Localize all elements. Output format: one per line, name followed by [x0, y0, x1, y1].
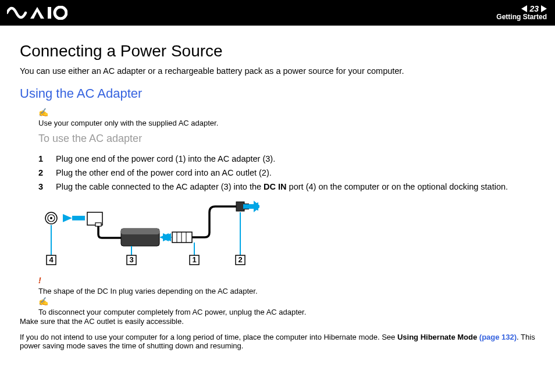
svg-point-4 — [50, 217, 52, 219]
paragraph-outlet: Make sure that the AC outlet is easily a… — [20, 317, 535, 326]
vaio-logo — [7, 6, 67, 20]
svg-rect-17 — [172, 232, 192, 243]
page-title: Connecting a Power Source — [20, 42, 535, 60]
step-list: 1 Plug one end of the power cord (1) int… — [38, 154, 535, 191]
ac-adapter-diagram: 4 3 1 2 — [38, 199, 535, 272]
svg-rect-11 — [121, 229, 159, 234]
para2-link-label: Using Hibernate Mode — [397, 333, 479, 341]
warning-text: The shape of the DC In plug varies depen… — [38, 287, 258, 295]
step-item: 3 Plug the cable connected to the AC ada… — [38, 182, 535, 191]
svg-point-1 — [55, 7, 66, 19]
note-block-2: ✍ To disconnect your computer completely… — [38, 296, 535, 317]
step-item: 2 Plug the other end of the power cord i… — [38, 168, 535, 177]
section-label: Getting Started — [496, 13, 547, 21]
step-number: 3 — [38, 182, 56, 191]
note-icon: ✍ — [38, 297, 48, 306]
svg-rect-9 — [95, 223, 101, 226]
warning-block: ! The shape of the DC In plug varies dep… — [38, 275, 535, 296]
step-text: Plug one end of the power cord (1) into … — [56, 154, 275, 163]
page-number: 23 — [529, 5, 539, 13]
step-item: 1 Plug one end of the power cord (1) int… — [38, 154, 535, 163]
note-1-text: Use your computer only with the supplied… — [38, 119, 218, 127]
svg-rect-44 — [243, 204, 254, 209]
note-block-1: ✍ Use your computer only with the suppli… — [38, 107, 535, 128]
procedure-heading: To use the AC adapter — [38, 133, 535, 145]
vaio-logo-svg — [7, 6, 67, 20]
step-text: Plug the other end of the power cord int… — [56, 168, 272, 177]
svg-rect-6 — [72, 216, 85, 220]
step-text-before: Plug the cable connected to the AC adapt… — [56, 182, 264, 191]
svg-rect-21 — [236, 202, 244, 211]
callout-3: 3 — [129, 255, 133, 264]
page-body: Connecting a Power Source You can use ei… — [0, 26, 555, 363]
note-2-text: To disconnect your computer completely f… — [38, 308, 306, 316]
step-text-after: port (4) on the computer or on the optio… — [287, 182, 508, 191]
para2-before: If you do not intend to use your compute… — [20, 333, 397, 341]
svg-marker-5 — [63, 214, 72, 222]
step-number: 2 — [38, 168, 56, 177]
warning-icon: ! — [38, 276, 41, 285]
step-text: Plug the cable connected to the AC adapt… — [56, 182, 508, 191]
hibernate-mode-link[interactable]: (page 132) — [479, 333, 517, 341]
note-icon: ✍ — [38, 108, 48, 117]
intro-text: You can use either an AC adapter or a re… — [20, 66, 535, 76]
callout-1: 1 — [192, 255, 196, 264]
callout-2: 2 — [238, 255, 242, 264]
paragraph-hibernate: If you do not intend to use your compute… — [20, 333, 535, 350]
svg-marker-45 — [254, 201, 259, 212]
header-bar: 23 Getting Started — [0, 0, 555, 26]
step-number: 1 — [38, 154, 56, 163]
subsection-title: Using the AC Adapter — [20, 86, 535, 101]
prev-page-arrow-icon[interactable] — [521, 5, 527, 12]
page-nav-box: 23 Getting Started — [496, 5, 547, 21]
step-text-bold: DC IN — [264, 182, 286, 191]
callout-4: 4 — [49, 255, 54, 264]
svg-rect-0 — [48, 7, 51, 19]
next-page-arrow-icon[interactable] — [541, 5, 547, 12]
